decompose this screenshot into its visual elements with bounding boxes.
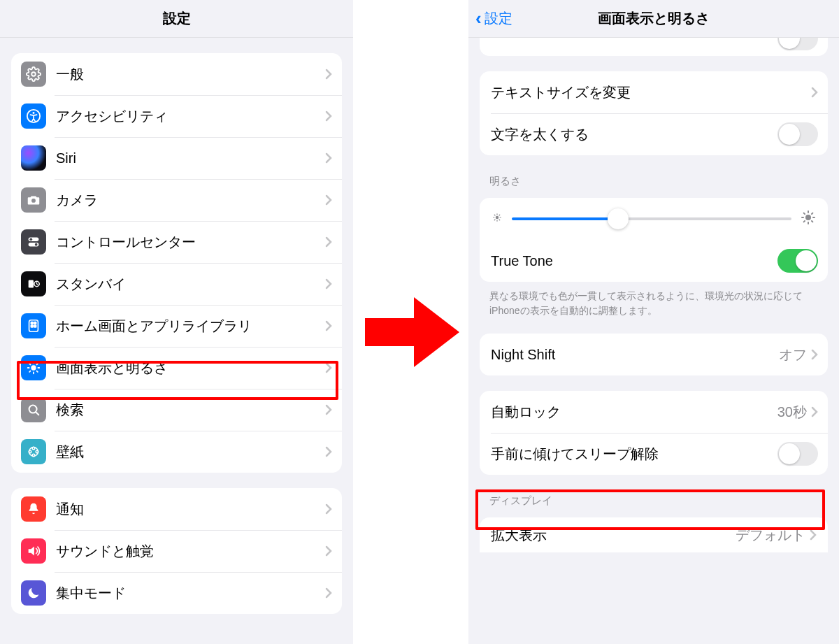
accessibility-icon bbox=[21, 103, 46, 129]
row-search[interactable]: 検索 bbox=[11, 389, 342, 431]
svg-point-23 bbox=[805, 215, 811, 220]
row-sounds[interactable]: サウンドと触覚 bbox=[11, 530, 342, 572]
row-label: 画面表示と明るさ bbox=[56, 359, 325, 378]
toggle-auto[interactable] bbox=[777, 38, 818, 50]
gear-icon bbox=[21, 62, 46, 87]
svg-point-16 bbox=[29, 406, 37, 413]
navbar: ‹ 設定 画面表示と明るさ bbox=[468, 0, 839, 38]
svg-point-20 bbox=[32, 454, 35, 457]
chevron-right-icon bbox=[325, 320, 332, 331]
row-label: アクセシビリティ bbox=[56, 107, 325, 126]
page-title: 設定 bbox=[163, 9, 191, 28]
display-brightness-screen: ‹ 設定 画面表示と明るさ 自動 テキストサイズを変更 文字を太くする 明るさ … bbox=[468, 0, 839, 644]
row-siri[interactable]: Siri bbox=[11, 137, 342, 179]
row-raise-to-wake[interactable]: 手前に傾けてスリープ解除 bbox=[480, 433, 828, 475]
row-control-center[interactable]: コントロールセンター bbox=[11, 221, 342, 263]
chevron-right-icon bbox=[325, 587, 332, 599]
toggle-raise-to-wake[interactable] bbox=[777, 442, 818, 466]
svg-point-18 bbox=[32, 447, 35, 450]
chevron-right-icon bbox=[325, 152, 332, 164]
chevron-right-icon bbox=[325, 278, 332, 289]
row-true-tone[interactable]: True Tone bbox=[480, 240, 828, 282]
chevron-right-icon bbox=[811, 87, 818, 98]
toggle-true-tone[interactable] bbox=[777, 249, 818, 273]
chevron-right-icon bbox=[325, 404, 332, 415]
chevron-right-icon bbox=[325, 236, 332, 248]
home-library-icon bbox=[21, 313, 46, 338]
navbar: 設定 bbox=[0, 0, 353, 38]
speaker-icon bbox=[21, 538, 46, 564]
row-value: オフ bbox=[779, 345, 807, 364]
slider-thumb[interactable] bbox=[608, 208, 629, 229]
svg-point-6 bbox=[30, 238, 33, 241]
row-wallpaper[interactable]: 壁紙 bbox=[11, 431, 342, 473]
row-label: スタンバイ bbox=[56, 275, 325, 294]
chevron-right-icon bbox=[325, 503, 332, 515]
row-label: Night Shift bbox=[491, 347, 779, 363]
siri-icon bbox=[21, 145, 46, 171]
true-tone-footnote: 異なる環境でも色が一貫して表示されるように、環境光の状況に応じてiPhoneの表… bbox=[489, 289, 818, 318]
section-header-display: ディスプレイ bbox=[489, 494, 818, 508]
sun-min-icon bbox=[491, 211, 503, 227]
row-label: 拡大表示 bbox=[491, 526, 736, 545]
chevron-right-icon bbox=[325, 194, 332, 206]
svg-rect-8 bbox=[29, 280, 34, 288]
wallpaper-icon bbox=[21, 439, 46, 464]
settings-group-2: 通知 サウンドと触覚 集中モード bbox=[11, 488, 342, 614]
chevron-right-icon bbox=[325, 545, 332, 557]
search-icon bbox=[21, 397, 46, 422]
row-value: デフォルト bbox=[736, 526, 805, 545]
svg-point-3 bbox=[31, 199, 36, 203]
standby-icon bbox=[21, 271, 46, 296]
row-camera[interactable]: カメラ bbox=[11, 179, 342, 221]
sun-max-icon bbox=[800, 209, 817, 229]
row-display-brightness[interactable]: 画面表示と明るさ bbox=[11, 347, 342, 389]
bell-icon bbox=[21, 496, 46, 522]
svg-point-17 bbox=[29, 448, 38, 457]
back-button[interactable]: ‹ 設定 bbox=[475, 0, 512, 37]
back-label: 設定 bbox=[485, 9, 512, 28]
row-text-size[interactable]: テキストサイズを変更 bbox=[480, 71, 828, 113]
settings-root-screen: 設定 一般 アクセシビリティ Siri カメラ コントロールセンター bbox=[0, 0, 353, 644]
svg-rect-11 bbox=[31, 322, 33, 324]
chevron-right-icon bbox=[811, 349, 818, 360]
camera-icon bbox=[21, 187, 46, 213]
settings-group-1: 一般 アクセシビリティ Siri カメラ コントロールセンター スタンバイ bbox=[11, 53, 342, 473]
toggle-bold-text[interactable] bbox=[777, 122, 818, 146]
row-auto-peek: 自動 bbox=[480, 38, 828, 56]
row-night-shift[interactable]: Night Shift オフ bbox=[480, 334, 828, 375]
page-title: 画面表示と明るさ bbox=[598, 9, 710, 28]
svg-point-19 bbox=[36, 450, 38, 453]
row-display-zoom[interactable]: 拡大表示 デフォルト bbox=[480, 517, 828, 552]
row-bold-text[interactable]: 文字を太くする bbox=[480, 113, 828, 155]
chevron-right-icon bbox=[811, 406, 818, 417]
brightness-slider-row bbox=[480, 198, 828, 240]
chevron-right-icon bbox=[325, 110, 332, 122]
row-standby[interactable]: スタンバイ bbox=[11, 263, 342, 305]
row-auto-lock[interactable]: 自動ロック 30秒 bbox=[480, 391, 828, 433]
lock-group: 自動ロック 30秒 手前に傾けてスリープ解除 bbox=[480, 391, 828, 475]
svg-point-7 bbox=[35, 243, 38, 246]
row-label: 通知 bbox=[56, 500, 325, 519]
svg-point-21 bbox=[29, 450, 31, 453]
row-accessibility[interactable]: アクセシビリティ bbox=[11, 95, 342, 137]
brightness-slider[interactable] bbox=[512, 217, 791, 220]
chevron-right-icon bbox=[325, 69, 332, 80]
row-notifications[interactable]: 通知 bbox=[11, 488, 342, 530]
row-label: 壁紙 bbox=[56, 443, 325, 461]
chevron-left-icon: ‹ bbox=[475, 8, 482, 29]
row-home-screen[interactable]: ホーム画面とアプリライブラリ bbox=[11, 305, 342, 347]
brightness-group: True Tone bbox=[480, 198, 828, 282]
row-label: True Tone bbox=[491, 253, 777, 269]
row-general[interactable]: 一般 bbox=[11, 53, 342, 95]
row-label: 検索 bbox=[56, 401, 325, 420]
brightness-icon bbox=[21, 355, 46, 380]
row-focus[interactable]: 集中モード bbox=[11, 572, 342, 614]
svg-point-22 bbox=[496, 216, 499, 220]
chevron-right-icon bbox=[325, 362, 332, 373]
chevron-right-icon bbox=[810, 529, 817, 541]
row-label: カメラ bbox=[56, 191, 325, 210]
row-label: サウンドと触覚 bbox=[56, 542, 325, 561]
svg-rect-14 bbox=[34, 325, 36, 327]
section-header-brightness: 明るさ bbox=[489, 175, 818, 188]
